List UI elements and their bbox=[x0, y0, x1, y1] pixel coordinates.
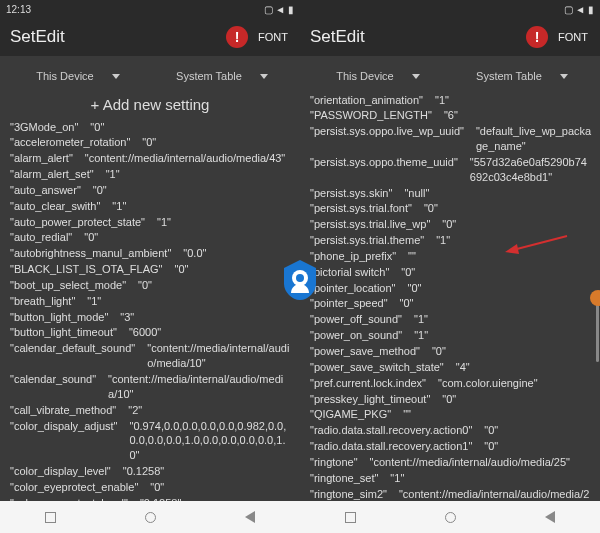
setting-row[interactable]: "presskey_light_timeout""0" bbox=[310, 391, 592, 407]
setting-row[interactable]: "auto_answer""0" bbox=[10, 182, 292, 198]
setting-value: "557d32a6e0af5290b74692c03c4e8bd1" bbox=[470, 155, 592, 185]
setting-row[interactable]: "persist.sys.oppo.theme_uuid""557d32a6e0… bbox=[310, 154, 592, 185]
setting-row[interactable]: "ringtone_set""1" bbox=[310, 470, 592, 486]
setting-key: "ringtone" bbox=[310, 455, 358, 470]
setting-row[interactable]: "power_on_sound""1" bbox=[310, 328, 592, 344]
setting-key: "power_save_switch_state" bbox=[310, 360, 444, 375]
table-selector[interactable]: System Table bbox=[152, 70, 292, 82]
settings-list-right[interactable]: "orientation_animation""1""PASSWORD_LENG… bbox=[300, 92, 600, 501]
setting-row[interactable]: "pref.current.lock.index""com.color.uien… bbox=[310, 375, 592, 391]
status-time: 12:13 bbox=[6, 4, 31, 15]
setting-row[interactable]: "boot_up_select_mode""0" bbox=[10, 277, 292, 293]
setting-value: "0" bbox=[400, 296, 592, 311]
setting-value: "0.1258" bbox=[123, 464, 292, 479]
setting-value: "1" bbox=[435, 93, 592, 108]
setting-row[interactable]: "alarm_alert""content://media/internal/a… bbox=[10, 151, 292, 167]
setting-key: "phone_ip_prefix" bbox=[310, 249, 396, 264]
setting-row[interactable]: "auto_power_protect_state""1" bbox=[10, 214, 292, 230]
nav-recents-icon[interactable] bbox=[45, 512, 56, 523]
setting-row[interactable]: "auto_clear_swith""1" bbox=[10, 198, 292, 214]
setting-row[interactable]: "color_dispaly_adjust""0.974,0.0,0.0,0.0… bbox=[10, 418, 292, 464]
setting-value: "1" bbox=[87, 294, 292, 309]
setting-value: "1" bbox=[106, 167, 292, 182]
setting-row[interactable]: "PASSWORD_LENGTH""6" bbox=[310, 108, 592, 124]
setting-row[interactable]: "button_light_timeout""6000" bbox=[10, 325, 292, 341]
setting-row[interactable]: "ringtone""content://media/internal/audi… bbox=[310, 454, 592, 470]
setting-row[interactable]: "breath_light""1" bbox=[10, 293, 292, 309]
add-new-setting[interactable]: + Add new setting bbox=[0, 92, 300, 119]
device-selector-label: This Device bbox=[36, 70, 93, 82]
device-selector[interactable]: This Device bbox=[308, 70, 448, 82]
font-button[interactable]: FONT bbox=[256, 27, 290, 47]
setting-row[interactable]: "persist.sys.oppo.live_wp_uuid""default_… bbox=[310, 124, 592, 155]
setting-row[interactable]: "BLACK_LIST_IS_OTA_FLAG""0" bbox=[10, 262, 292, 278]
table-selector[interactable]: System Table bbox=[452, 70, 592, 82]
setting-key: "auto_redial" bbox=[10, 230, 72, 245]
setting-key: "orientation_animation" bbox=[310, 93, 423, 108]
setting-row[interactable]: "call_vibrate_method""2" bbox=[10, 402, 292, 418]
nav-home-icon[interactable] bbox=[445, 512, 456, 523]
setting-row[interactable]: "autobrightness_manul_ambient""0.0" bbox=[10, 246, 292, 262]
setting-value: "6000" bbox=[129, 325, 292, 340]
setting-value: "1" bbox=[414, 312, 592, 327]
status-bar: 12:13 ▢ ◄ ▮ bbox=[0, 0, 300, 18]
setting-value: "1" bbox=[414, 328, 592, 343]
setting-key: "ringtone_set" bbox=[310, 471, 378, 486]
device-selector-label: This Device bbox=[336, 70, 393, 82]
setting-key: "color_display_level" bbox=[10, 464, 111, 479]
status-bar: ▢ ◄ ▮ bbox=[300, 0, 600, 18]
setting-row[interactable]: "button_light_mode""3" bbox=[10, 309, 292, 325]
setting-row[interactable]: "color_eyeprotect_enable""0" bbox=[10, 479, 292, 495]
setting-row[interactable]: "color_display_level""0.1258" bbox=[10, 464, 292, 480]
nav-back-icon[interactable] bbox=[545, 511, 555, 523]
setting-key: "presskey_light_timeout" bbox=[310, 392, 430, 407]
setting-row[interactable]: "auto_redial""0" bbox=[10, 230, 292, 246]
setting-value: "content://media/internal/audio/media/10… bbox=[147, 341, 292, 371]
nav-bar bbox=[300, 501, 600, 533]
setting-row[interactable]: "radio.data.stall.recovery.action1""0" bbox=[310, 439, 592, 455]
font-button[interactable]: FONT bbox=[556, 27, 590, 47]
setting-row[interactable]: "orientation_animation""1" bbox=[310, 92, 592, 108]
setting-row[interactable]: "calendar_default_sound""content://media… bbox=[10, 341, 292, 372]
setting-value: "0" bbox=[432, 344, 592, 359]
app-title: SetEdit bbox=[10, 27, 218, 47]
nav-recents-icon[interactable] bbox=[345, 512, 356, 523]
setting-value: "0.0" bbox=[183, 246, 292, 261]
setting-row[interactable]: "calendar_sound""content://media/interna… bbox=[10, 372, 292, 403]
setting-value: "0" bbox=[401, 265, 592, 280]
nav-back-icon[interactable] bbox=[245, 511, 255, 523]
setting-key: "BLACK_LIST_IS_OTA_FLAG" bbox=[10, 262, 163, 277]
app-bar: SetEdit ! FONT bbox=[300, 18, 600, 56]
setting-row[interactable]: "power_save_switch_state""4" bbox=[310, 359, 592, 375]
setting-row[interactable]: "persist.sys.skin""null" bbox=[310, 185, 592, 201]
setting-row[interactable]: "accelerometer_rotation""0" bbox=[10, 135, 292, 151]
setting-row[interactable]: "persist.sys.trial.theme""1" bbox=[310, 233, 592, 249]
chevron-down-icon bbox=[112, 74, 120, 79]
setting-row[interactable]: "persist.sys.trial.live_wp""0" bbox=[310, 217, 592, 233]
setting-value: "0" bbox=[175, 262, 292, 277]
setting-row[interactable]: "pointer_location""0" bbox=[310, 280, 592, 296]
setting-row[interactable]: "phone_ip_prefix""" bbox=[310, 248, 592, 264]
setting-row[interactable]: "persist.sys.trial.font""0" bbox=[310, 201, 592, 217]
setting-row[interactable]: "pictorial switch""0" bbox=[310, 264, 592, 280]
nav-home-icon[interactable] bbox=[145, 512, 156, 523]
setting-row[interactable]: "3GMode_on""0" bbox=[10, 119, 292, 135]
setting-row[interactable]: "color_eyeprotect_level""0.1258" bbox=[10, 495, 292, 501]
setting-value: "com.color.uiengine" bbox=[438, 376, 592, 391]
setting-value: "1" bbox=[436, 233, 592, 248]
setting-row[interactable]: "power_save_method""0" bbox=[310, 344, 592, 360]
setting-row[interactable]: "pointer_speed""0" bbox=[310, 296, 592, 312]
setting-row[interactable]: "alarm_alert_set""1" bbox=[10, 167, 292, 183]
alert-icon[interactable]: ! bbox=[226, 26, 248, 48]
scrollbar[interactable] bbox=[596, 302, 599, 362]
setting-value: "0" bbox=[484, 423, 592, 438]
setting-row[interactable]: "radio.data.stall.recovery.action0""0" bbox=[310, 423, 592, 439]
alert-icon[interactable]: ! bbox=[526, 26, 548, 48]
device-selector[interactable]: This Device bbox=[8, 70, 148, 82]
settings-list-left[interactable]: "3GMode_on""0""accelerometer_rotation""0… bbox=[0, 119, 300, 501]
setting-value: "1" bbox=[112, 199, 292, 214]
setting-key: "ringtone_sim2" bbox=[310, 487, 387, 501]
setting-row[interactable]: "power_off_sound""1" bbox=[310, 312, 592, 328]
setting-row[interactable]: "QIGAME_PKG""" bbox=[310, 407, 592, 423]
setting-row[interactable]: "ringtone_sim2""content://media/internal… bbox=[310, 486, 592, 501]
